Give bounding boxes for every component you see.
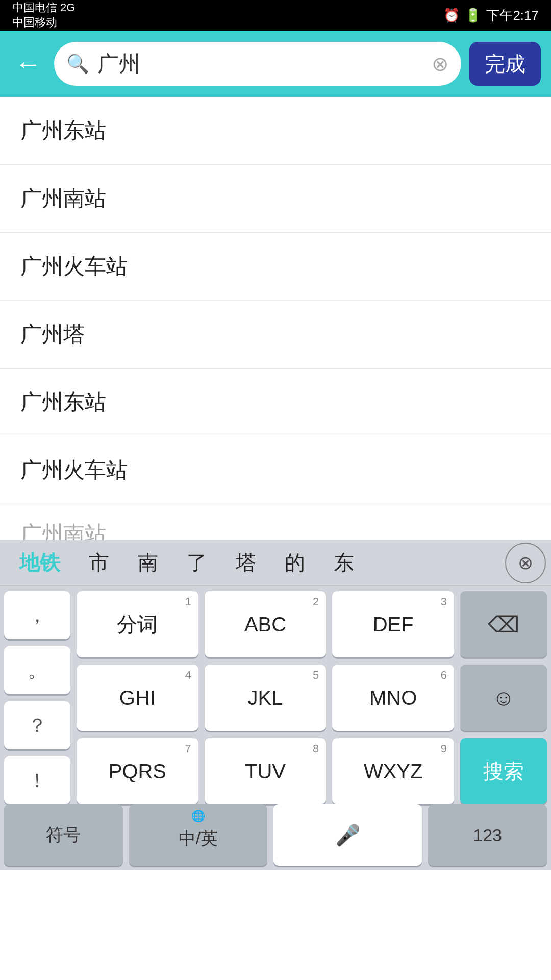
key-2-abc[interactable]: 2 ABC	[205, 591, 327, 657]
punctuation-comma[interactable]: ，	[4, 591, 70, 639]
keyboard-row-1: 1 分词 2 ABC 3 DEF	[77, 591, 454, 657]
backspace-key[interactable]: ⌫	[460, 591, 547, 657]
search-input[interactable]	[97, 52, 423, 76]
suggestion-item[interactable]: 广州南站	[0, 504, 551, 540]
punctuation-period[interactable]: 。	[4, 646, 70, 694]
search-key[interactable]: 搜索	[460, 738, 547, 804]
keyboard-left-column: ， 。 ？ ！	[4, 591, 70, 804]
key-9-wxyz[interactable]: 9 WXYZ	[332, 738, 454, 804]
alarm-icon: ⏰	[443, 8, 460, 23]
key-7-pqrs[interactable]: 7 PQRS	[77, 738, 198, 804]
done-button[interactable]: 完成	[469, 42, 541, 86]
suggestion-item[interactable]: 广州东站	[0, 369, 551, 436]
key-6-mno[interactable]: 6 MNO	[332, 665, 454, 731]
status-bar: 中国电信 2G 中国移动 ⏰ 🔋 下午2:17	[0, 0, 551, 31]
keyboard-bottom-row: 符号 🌐 中/英 🎤 123	[4, 804, 547, 866]
punctuation-question[interactable]: ？	[4, 701, 70, 749]
keyboard-center: 1 分词 2 ABC 3 DEF 4 GHI 5	[77, 591, 454, 804]
suggestions-list: 广州东站 广州南站 广州火车站 广州塔 广州东站 广州火车站 广州南站	[0, 97, 551, 540]
suggestion-item[interactable]: 广州东站	[0, 97, 551, 165]
key-8-tuv[interactable]: 8 TUV	[205, 738, 327, 804]
key-4-ghi[interactable]: 4 GHI	[77, 665, 198, 731]
candidate-item[interactable]: 南	[123, 540, 172, 585]
carrier-info: 中国电信 2G 中国移动	[12, 1, 75, 30]
key-1-fenci[interactable]: 1 分词	[77, 591, 198, 657]
status-right: ⏰ 🔋 下午2:17	[443, 7, 539, 24]
candidate-item[interactable]: 市	[74, 540, 123, 585]
keyboard-main: ， 。 ？ ！ 1 分词 2 ABC 3 DEF	[4, 591, 547, 804]
back-button[interactable]: ←	[10, 48, 46, 79]
symbol-key[interactable]: 符号	[4, 804, 123, 866]
punctuation-exclaim[interactable]: ！	[4, 756, 70, 804]
search-icon: 🔍	[66, 53, 89, 75]
keyboard-row-3: 7 PQRS 8 TUV 9 WXYZ	[77, 738, 454, 804]
battery-icon: 🔋	[465, 8, 481, 23]
candidate-item[interactable]: 东	[319, 540, 368, 585]
keyboard-right-column: ⌫ ☺ 搜索	[460, 591, 547, 804]
clear-button[interactable]: ⊗	[432, 52, 449, 76]
keyboard-row-2: 4 GHI 5 JKL 6 MNO	[77, 665, 454, 731]
candidate-item[interactable]: 了	[172, 540, 221, 585]
suggestion-item[interactable]: 广州火车站	[0, 233, 551, 301]
globe-icon: 🌐	[191, 810, 205, 823]
time-display: 下午2:17	[486, 7, 539, 24]
suggestion-item[interactable]: 广州南站	[0, 165, 551, 233]
key-3-def[interactable]: 3 DEF	[332, 591, 454, 657]
suggestion-item[interactable]: 广州塔	[0, 301, 551, 369]
candidate-item[interactable]: 地铁	[5, 540, 74, 585]
num-key[interactable]: 123	[428, 804, 547, 866]
candidate-item[interactable]: 的	[270, 540, 319, 585]
key-5-jkl[interactable]: 5 JKL	[205, 665, 327, 731]
keyboard: ， 。 ？ ！ 1 分词 2 ABC 3 DEF	[0, 586, 551, 870]
emoji-key[interactable]: ☺	[460, 665, 547, 731]
candidate-bar: 地铁 市 南 了 塔 的 东 ⊗	[0, 540, 551, 586]
lang-switch-key[interactable]: 🌐 中/英	[129, 804, 268, 866]
search-box: 🔍 ⊗	[54, 42, 461, 86]
mic-key[interactable]: 🎤	[273, 804, 422, 866]
suggestion-item[interactable]: 广州火车站	[0, 436, 551, 504]
candidate-delete-button[interactable]: ⊗	[505, 543, 546, 583]
header: ← 🔍 ⊗ 完成	[0, 31, 551, 97]
candidate-item[interactable]: 塔	[221, 540, 270, 585]
